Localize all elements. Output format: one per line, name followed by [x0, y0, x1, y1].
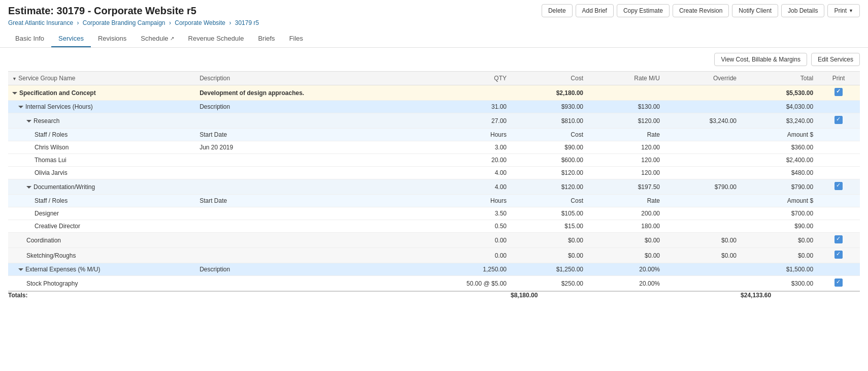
rate-cell: 120.00	[587, 167, 664, 179]
totals-row: Totals: $8,180.00 $24,133.60	[8, 291, 860, 299]
tab-briefs[interactable]: Briefs	[251, 30, 282, 47]
print-cell	[817, 207, 860, 220]
totals-cost: $8,180.00	[511, 291, 587, 299]
tab-basic-info[interactable]: Basic Info	[8, 30, 51, 47]
chevron-down-icon[interactable]	[18, 103, 25, 110]
description-cell	[195, 113, 434, 129]
override-cell: $790.00	[664, 179, 741, 195]
col-header-name: ▼ Service Group Name	[8, 72, 195, 85]
override-cell	[664, 207, 741, 220]
table-row: Stock Photography 50.00 @ $5.00 $250.00 …	[8, 276, 860, 292]
description-cell	[195, 207, 434, 220]
total-cell: $700.00	[741, 207, 817, 220]
copy-estimate-button[interactable]: Copy Estimate	[617, 4, 670, 17]
notify-client-button[interactable]: Notify Client	[732, 4, 778, 17]
cost-cell: $600.00	[511, 154, 587, 167]
edit-services-button[interactable]: Edit Services	[811, 53, 860, 66]
create-revision-button[interactable]: Create Revision	[673, 4, 729, 17]
toolbar: Delete Add Brief Copy Estimate Create Re…	[542, 4, 860, 17]
col-header-rate: Rate M/U	[587, 72, 664, 85]
tab-revenue-schedule[interactable]: Revenue Schedule	[181, 30, 251, 47]
total-cell: $3,240.00	[741, 113, 817, 129]
cost-cell: $120.00	[511, 167, 587, 179]
delete-button[interactable]: Delete	[542, 4, 573, 17]
qty-cell: 3.50	[434, 207, 511, 220]
total-cell: $2,400.00	[741, 154, 817, 167]
tab-services[interactable]: Services	[51, 30, 91, 47]
cost-cell: $0.00	[511, 233, 587, 248]
add-brief-button[interactable]: Add Brief	[576, 4, 614, 17]
cost-cell: $1,250.00	[511, 263, 587, 276]
print-cell	[817, 101, 860, 113]
qty-cell: 0.00	[434, 233, 511, 248]
print-cell	[817, 195, 860, 207]
description-cell: Start Date	[195, 129, 434, 141]
view-cost-button[interactable]: View Cost, Billable & Margins	[714, 53, 807, 66]
total-cell: $0.00	[741, 233, 817, 248]
cost-cell: $0.00	[511, 248, 587, 263]
page-title: Estimate: 30179 - Corporate Website r5	[8, 5, 196, 17]
description-cell: Development of design approaches.	[195, 85, 434, 101]
print-cell	[817, 141, 860, 154]
chevron-down-icon: ▼	[849, 8, 853, 13]
print-cell	[817, 220, 860, 233]
rate-cell: $0.00	[587, 248, 664, 263]
cost-cell: $2,180.00	[511, 85, 587, 101]
qty-cell: 0.00	[434, 248, 511, 263]
breadcrumb-item-4[interactable]: 30179 r5	[235, 19, 259, 26]
override-cell	[664, 129, 741, 141]
qty-cell: 3.00	[434, 141, 511, 154]
breadcrumb-item-2[interactable]: Corporate Branding Campaign	[83, 19, 165, 26]
checkbox-icon[interactable]	[834, 88, 843, 96]
rate-cell: $130.00	[587, 101, 664, 113]
print-cell	[817, 113, 860, 129]
job-details-button[interactable]: Job Details	[781, 4, 824, 17]
print-cell	[817, 129, 860, 141]
description-cell: Description	[195, 101, 434, 113]
cost-cell: $105.00	[511, 207, 587, 220]
qty-cell: 0.50	[434, 220, 511, 233]
rate-cell: 120.00	[587, 141, 664, 154]
table-row: Designer 3.50 $105.00 200.00 $700.00	[8, 207, 860, 220]
cost-cell: $90.00	[511, 141, 587, 154]
col-header-qty: QTY	[434, 72, 511, 85]
print-button[interactable]: Print ▼	[827, 4, 860, 17]
total-cell: Amount $	[741, 195, 817, 207]
tab-files[interactable]: Files	[282, 30, 310, 47]
tab-revisions[interactable]: Revisions	[91, 30, 133, 47]
description-cell	[195, 220, 434, 233]
service-name-cell: Designer	[8, 207, 195, 220]
checkbox-icon[interactable]	[834, 116, 843, 124]
description-cell: Start Date	[195, 195, 434, 207]
table-row: Specification and Concept Development of…	[8, 85, 860, 101]
override-cell	[664, 276, 741, 292]
chevron-down-icon[interactable]	[26, 183, 34, 191]
service-name-cell: Staff / Roles	[8, 129, 195, 141]
tab-schedule[interactable]: Schedule ↗	[133, 30, 181, 47]
breadcrumb-item-3[interactable]: Corporate Website	[175, 19, 225, 26]
breadcrumb-item-1[interactable]: Great Atlantic Insurance	[8, 19, 73, 26]
chevron-down-icon[interactable]	[26, 117, 34, 125]
qty-cell: 50.00 @ $5.00	[434, 276, 511, 292]
sort-icon: ▼	[12, 76, 17, 81]
checkbox-icon[interactable]	[834, 235, 843, 243]
override-cell: $3,240.00	[664, 113, 741, 129]
checkbox-icon[interactable]	[834, 182, 843, 190]
override-cell	[664, 263, 741, 276]
rate-cell: 20.00%	[587, 263, 664, 276]
table-header-row: ▼ Service Group Name Description QTY Cos…	[8, 72, 860, 85]
total-cell: $90.00	[741, 220, 817, 233]
table-row: Chris Wilson Jun 20 2019 3.00 $90.00 120…	[8, 141, 860, 154]
breadcrumb: Great Atlantic Insurance › Corporate Bra…	[8, 19, 860, 26]
override-cell: $0.00	[664, 248, 741, 263]
override-cell	[664, 101, 741, 113]
chevron-down-icon[interactable]	[12, 89, 19, 97]
service-name-cell: Stock Photography	[8, 276, 195, 292]
col-header-total: Total	[741, 72, 817, 85]
override-cell	[664, 85, 741, 101]
rate-cell: 200.00	[587, 207, 664, 220]
checkbox-icon[interactable]	[834, 251, 843, 259]
chevron-down-icon[interactable]	[18, 266, 25, 273]
override-cell	[664, 141, 741, 154]
checkbox-icon[interactable]	[834, 279, 843, 287]
